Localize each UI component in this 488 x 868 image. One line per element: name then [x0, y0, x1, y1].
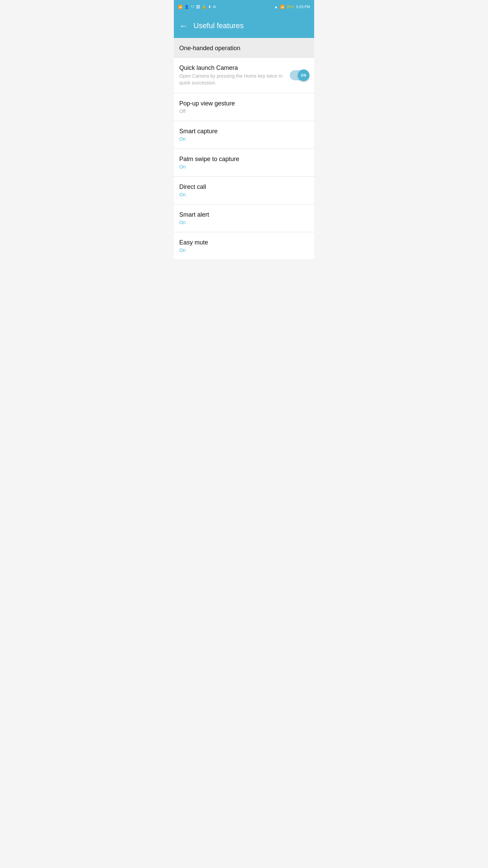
settings-item-smart-alert[interactable]: Smart alert On [174, 204, 314, 232]
settings-item-title-palm-swipe: Palm swipe to capture [179, 156, 309, 163]
settings-item-status-smart-capture: On [179, 136, 309, 142]
settings-item-palm-swipe[interactable]: Palm swipe to capture On [174, 149, 314, 177]
settings-item-title-smart-alert: Smart alert [179, 211, 309, 218]
profile-icon: 👤 [184, 5, 189, 9]
settings-list: Quick launch Camera Open Camera by press… [174, 58, 314, 260]
settings-item-content-smart-alert: Smart alert On [179, 211, 309, 225]
settings-item-title-quick-launch: Quick launch Camera [179, 64, 284, 72]
status-bar-left: 📶 👤 🛡 🖼 🔒 ⬇ ✉ [178, 5, 216, 9]
page-title: Useful features [194, 21, 244, 30]
settings-item-content-popup-view: Pop-up view gesture Off [179, 100, 309, 114]
settings-item-title-direct-call: Direct call [179, 183, 309, 191]
settings-item-status-smart-alert: On [179, 220, 309, 225]
settings-item-quick-launch-camera[interactable]: Quick launch Camera Open Camera by press… [174, 58, 314, 93]
settings-item-status-palm-swipe: On [179, 164, 309, 170]
settings-item-status-popup-view: Off [179, 108, 309, 114]
bottom-spacer [174, 260, 314, 287]
status-bar: 📶 👤 🛡 🖼 🔒 ⬇ ✉ ▲ 📶 20% 5:03 PM [174, 0, 314, 14]
toolbar: ← Useful features [174, 14, 314, 38]
settings-item-easy-mute[interactable]: Easy mute On [174, 232, 314, 260]
section-header: One-handed operation [174, 38, 314, 58]
settings-item-content-palm-swipe: Palm swipe to capture On [179, 156, 309, 170]
status-bar-right: ▲ 📶 20% 5:03 PM [274, 5, 310, 9]
settings-item-popup-view[interactable]: Pop-up view gesture Off [174, 93, 314, 121]
settings-item-title-popup-view: Pop-up view gesture [179, 100, 309, 107]
section-header-label: One-handed operation [179, 45, 240, 52]
settings-item-direct-call[interactable]: Direct call On [174, 177, 314, 204]
toggle-switch-quick-launch[interactable]: ON [290, 70, 309, 80]
settings-item-content-easy-mute: Easy mute On [179, 239, 309, 253]
settings-item-content-direct-call: Direct call On [179, 183, 309, 197]
lock-icon: 🔒 [202, 5, 206, 9]
settings-item-status-easy-mute: On [179, 248, 309, 253]
clock: 5:03 PM [296, 5, 310, 9]
settings-item-content-smart-capture: Smart capture On [179, 128, 309, 142]
toggle-track: ON [290, 70, 309, 80]
wifi-icon: ▲ [274, 5, 278, 9]
settings-item-subtitle-quick-launch: Open Camera by pressing the Home key twi… [179, 73, 284, 86]
toggle-thumb: ON [298, 70, 309, 81]
battery-percent: 20% [287, 5, 294, 9]
download-icon: ⬇ [208, 5, 211, 9]
settings-item-title-easy-mute: Easy mute [179, 239, 309, 246]
settings-item-content-quick-launch: Quick launch Camera Open Camera by press… [179, 64, 284, 86]
settings-item-status-direct-call: On [179, 192, 309, 197]
settings-item-title-smart-capture: Smart capture [179, 128, 309, 135]
back-button[interactable]: ← [179, 21, 188, 31]
shield-icon: 🛡 [191, 5, 195, 9]
wifi-x-icon: 📶 [178, 5, 183, 9]
signal-icon: 📶 [280, 5, 285, 9]
image-icon: 🖼 [196, 5, 200, 9]
settings-item-smart-capture[interactable]: Smart capture On [174, 121, 314, 149]
toggle-container-quick-launch[interactable]: ON [290, 70, 309, 80]
message-icon: ✉ [213, 5, 216, 9]
